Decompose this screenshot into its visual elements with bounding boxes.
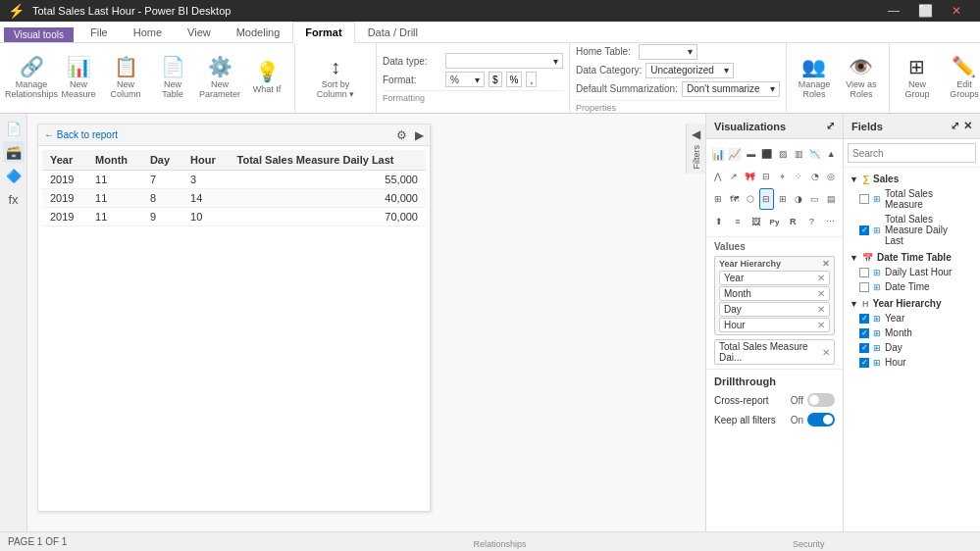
- viz-custom-icon[interactable]: ⋯: [821, 211, 839, 232]
- total-sales-chip[interactable]: Total Sales Measure Dai... ✕: [714, 339, 835, 365]
- viz-slicer[interactable]: ≡: [729, 211, 747, 232]
- fields-item-month[interactable]: ✓ ⊞ Month: [844, 326, 980, 340]
- new-table-button[interactable]: 📄 NewTable: [151, 51, 194, 106]
- back-to-report-button[interactable]: ← Back to report: [44, 129, 118, 140]
- edit-groups-button[interactable]: ✏️ EditGroups: [943, 51, 980, 106]
- year-chip-x[interactable]: ✕: [817, 273, 825, 283]
- viz-table[interactable]: ⊟: [759, 188, 775, 210]
- sidebar-model-icon[interactable]: 🔷: [3, 165, 25, 186]
- cross-report-toggle[interactable]: [807, 393, 835, 407]
- day-chip[interactable]: Day ✕: [719, 302, 830, 317]
- fields-item-year[interactable]: ✓ ⊞ Year: [844, 311, 980, 326]
- manage-roles-button[interactable]: 👥 ManageRoles: [793, 51, 836, 106]
- hour-checkbox[interactable]: ✓: [859, 358, 869, 368]
- month-chip[interactable]: Month ✕: [719, 286, 830, 301]
- tab-modeling[interactable]: Modeling: [224, 22, 293, 42]
- minimize-button[interactable]: —: [878, 0, 909, 22]
- tab-view[interactable]: View: [175, 22, 224, 42]
- viz-map[interactable]: 🗺: [727, 188, 743, 210]
- day-chip-x[interactable]: ✕: [817, 304, 825, 315]
- new-measure-button[interactable]: 📊 NewMeasure: [57, 51, 100, 106]
- viz-100-bar[interactable]: ▨: [776, 143, 791, 165]
- what-if-button[interactable]: 💡 What If: [245, 51, 288, 106]
- viz-area[interactable]: ▲: [824, 143, 839, 165]
- month-checkbox[interactable]: ✓: [859, 328, 869, 338]
- year-hierarchy-close-icon[interactable]: ✕: [822, 259, 830, 269]
- manage-relationships-button[interactable]: 🔗 ManageRelationships: [10, 51, 53, 106]
- maximize-button[interactable]: ⬜: [909, 0, 941, 22]
- fields-item-day[interactable]: ✓ ⊞ Day: [844, 340, 980, 355]
- viz-line-clustered[interactable]: ↗: [727, 166, 743, 187]
- sidebar-dax-icon[interactable]: fx: [3, 188, 25, 210]
- hour-chip-x[interactable]: ✕: [817, 320, 825, 330]
- fields-item-daily-last-hour[interactable]: ⊞ Daily Last Hour: [844, 265, 980, 279]
- col-header-total-sales[interactable]: Total Sales Measure Daily Last: [230, 150, 426, 171]
- close-fields-icon[interactable]: ✕: [963, 120, 972, 132]
- fields-item-total-sales-measure-daily-last[interactable]: ✓ ⊞ Total Sales Measure Daily Last: [844, 212, 980, 248]
- new-parameter-button[interactable]: ⚙️ NewParameter: [198, 51, 241, 106]
- viz-r[interactable]: R: [784, 211, 801, 232]
- col-header-day[interactable]: Day: [142, 150, 182, 171]
- tab-data-drill[interactable]: Data / Drill: [355, 22, 431, 42]
- col-header-hour[interactable]: Hour: [182, 150, 229, 171]
- data-category-dropdown[interactable]: Uncategorized▾: [645, 63, 734, 78]
- month-chip-x[interactable]: ✕: [817, 288, 825, 299]
- new-column-button[interactable]: 📋 NewColumn: [104, 51, 147, 106]
- daily-last-hour-checkbox[interactable]: [859, 268, 869, 277]
- sidebar-report-icon[interactable]: 📄: [3, 118, 25, 139]
- format-dropdown[interactable]: %▾: [445, 72, 485, 87]
- expand-viz-icon[interactable]: ⤢: [826, 120, 835, 132]
- tab-file[interactable]: File: [77, 22, 121, 42]
- fields-group-sales-header[interactable]: ▼ ∑ Sales: [844, 172, 980, 186]
- data-type-dropdown[interactable]: ▾: [445, 53, 563, 69]
- summarization-dropdown[interactable]: Don't summarize▾: [682, 81, 780, 97]
- collapse-icon[interactable]: ▶: [415, 128, 424, 142]
- viz-stacked-column[interactable]: 📈: [727, 143, 743, 165]
- viz-kpi[interactable]: ⬆: [710, 211, 728, 232]
- viz-clustered-column[interactable]: ⬛: [759, 143, 774, 165]
- total-sales-measure-checkbox[interactable]: [859, 194, 869, 204]
- viz-donut[interactable]: ◎: [824, 166, 840, 187]
- viz-image[interactable]: 🖼: [748, 211, 765, 232]
- fields-group-date-time-header[interactable]: ▼ 📅 Date Time Table: [844, 250, 980, 265]
- viz-pie[interactable]: ◔: [807, 166, 823, 187]
- tab-format[interactable]: Format: [292, 22, 354, 43]
- fields-item-date-time[interactable]: ⊞ Date Time: [844, 279, 980, 294]
- viz-python[interactable]: Py: [766, 211, 784, 232]
- view-as-roles-button[interactable]: 👁️ View asRoles: [840, 51, 883, 106]
- fields-search-input[interactable]: [848, 143, 976, 163]
- viz-stacked-bar[interactable]: 📊: [710, 143, 726, 165]
- fields-group-year-hierarchy-header[interactable]: ▼ H Year Hierarchy: [844, 296, 980, 311]
- day-checkbox[interactable]: ✓: [859, 343, 869, 353]
- date-time-checkbox[interactable]: [859, 282, 869, 292]
- sidebar-data-icon[interactable]: 🗃️: [3, 141, 25, 163]
- new-group-button[interactable]: ⊞ NewGroup: [896, 51, 939, 106]
- total-sales-chip-x[interactable]: ✕: [822, 347, 830, 358]
- format-percent-button[interactable]: %: [506, 72, 523, 87]
- viz-filled-map[interactable]: ⬡: [743, 188, 758, 210]
- close-button[interactable]: ✕: [941, 0, 972, 22]
- viz-funnel[interactable]: ⌖: [775, 166, 791, 187]
- viz-treemap[interactable]: ⊞: [710, 188, 726, 210]
- home-table-dropdown[interactable]: ▾: [639, 44, 697, 60]
- expand-fields-icon[interactable]: ⤢: [951, 120, 959, 132]
- col-header-month[interactable]: Month: [87, 150, 142, 171]
- total-sales-measure-daily-last-checkbox[interactable]: ✓: [859, 225, 869, 235]
- viz-multirow-card[interactable]: ▤: [824, 188, 840, 210]
- tab-home[interactable]: Home: [121, 22, 175, 42]
- viz-scatter[interactable]: ⁘: [792, 166, 807, 187]
- sort-by-column-button[interactable]: ↕ Sort byColumn ▾: [301, 51, 370, 106]
- year-checkbox[interactable]: ✓: [859, 314, 869, 324]
- viz-ribbon[interactable]: 🎀: [743, 166, 758, 187]
- filters-panel-toggle[interactable]: ◀ Filters: [686, 124, 705, 174]
- table-container[interactable]: Year Month Day Hour Total Sales Measure …: [38, 146, 430, 511]
- format-comma-button[interactable]: ,: [526, 72, 537, 87]
- window-controls[interactable]: — ⬜ ✕: [878, 0, 972, 22]
- viz-qa-visual[interactable]: ?: [802, 211, 820, 232]
- filter-icon[interactable]: ⚙: [396, 128, 407, 142]
- hour-chip[interactable]: Hour ✕: [719, 318, 830, 332]
- viz-clustered-bar[interactable]: ▬: [744, 143, 758, 165]
- viz-100-column[interactable]: ▥: [792, 143, 806, 165]
- year-chip[interactable]: Year ✕: [719, 271, 830, 285]
- viz-card[interactable]: ▭: [807, 188, 823, 210]
